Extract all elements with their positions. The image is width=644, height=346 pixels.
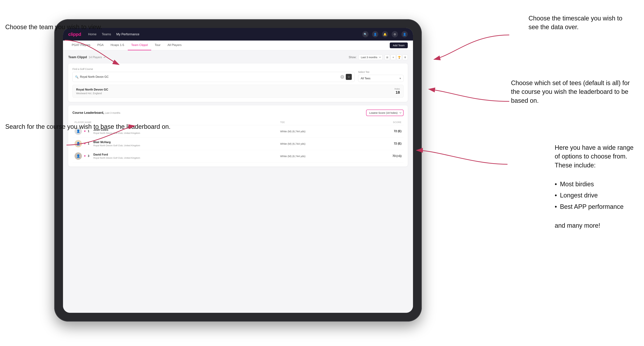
show-label: Show: — [349, 56, 356, 59]
holes-number: 18 — [394, 90, 400, 95]
search-icon[interactable]: 🔍 — [362, 31, 368, 37]
annotation-top-right: Choose the timescale you wish to see the… — [528, 14, 634, 32]
tee-value: All Tees — [361, 77, 370, 80]
player-info-2: Blair McHarg Royal North Devon Golf Club… — [94, 141, 140, 147]
team-controls: Show: Last 3 months ⊞ ≡ 🏆 ⬇ — [349, 54, 408, 60]
player-club-2: Royal North Devon Golf Club, United King… — [94, 144, 140, 147]
edit-icon[interactable]: ✏ — [104, 56, 106, 59]
player-tee-1: White (M) (6,744 yds) — [278, 125, 365, 138]
course-result-name: Royal North Devon GC — [76, 88, 108, 91]
clear-search-icon[interactable]: ✕ — [340, 75, 344, 79]
bullet-list: Most birdies Longest drive Best APP perf… — [555, 178, 634, 212]
nav-logo: clippd — [68, 32, 81, 37]
tee-chevron-icon: ▾ — [400, 77, 401, 80]
search-row: Find a Golf Course 🔍 ✕ ☆ Select Tee All … — [72, 68, 404, 82]
nav-teams[interactable]: Teams — [102, 32, 111, 36]
tee-select-wrap[interactable]: All Tees ▾ — [358, 75, 404, 82]
team-title: Team Clippd 14 Players ✏ — [68, 55, 106, 59]
person-icon[interactable]: 👤 — [372, 31, 378, 37]
player-score-1: 72 (E) — [365, 125, 404, 138]
trophy-icon[interactable]: 🏆 — [396, 55, 402, 60]
annotation-middle-right: Choose which set of tees (default is all… — [511, 79, 634, 105]
table-row: 👤 ♥ 3 David Ford Royal North Devon Golf … — [72, 150, 404, 162]
tee-group: Select Tee All Tees ▾ — [358, 71, 404, 82]
player-cell-3: 👤 ♥ 3 David Ford Royal North Devon Golf … — [74, 152, 276, 160]
player-rank-2: 1 — [88, 142, 91, 145]
player-avatar-3: 👤 — [74, 152, 82, 160]
add-team-button[interactable]: Add Team — [390, 42, 408, 48]
tab-pgat-players[interactable]: PGAT Players — [68, 40, 94, 50]
nav-links: Home Teams My Performance — [88, 32, 362, 36]
team-count: 14 Players — [89, 56, 102, 59]
main-content: Team Clippd 14 Players ✏ Show: Last 3 mo… — [63, 50, 413, 313]
player-rank-3: 3 — [88, 155, 91, 158]
leaderboard-card: Course Leaderboard, Last 3 months Lowest… — [68, 105, 408, 167]
settings-icon[interactable]: ⚙ — [392, 31, 398, 37]
col-tee: TEE — [278, 120, 365, 125]
search-card: Find a Golf Course 🔍 ✕ ☆ Select Tee All … — [68, 63, 408, 102]
annotation-top-left: Choose the team you wish to view. — [5, 23, 102, 31]
leaderboard-header: Course Leaderboard, Last 3 months Lowest… — [72, 110, 404, 116]
tab-hcaps[interactable]: Hcaps 1-5 — [107, 40, 128, 50]
player-club-1: Royal North Devon Golf Club, United King… — [94, 132, 140, 134]
course-result-location: Westward Ho!, England — [76, 92, 108, 95]
nav-bar: clippd Home Teams My Performance 🔍 👤 🔔 ⚙… — [63, 28, 413, 40]
sub-nav-tabs: PGAT Players PGA Hcaps 1-5 Team Clippd T… — [68, 40, 390, 50]
search-glass-icon: 🔍 — [75, 75, 78, 79]
tab-pga[interactable]: PGA — [94, 40, 107, 50]
team-header: Team Clippd 14 Players ✏ Show: Last 3 mo… — [68, 54, 408, 60]
grid-view-icon[interactable]: ⊞ — [385, 55, 390, 60]
team-name: Team Clippd — [68, 55, 87, 59]
nav-icons: 🔍 👤 🔔 ⚙ 👤 — [362, 31, 408, 37]
player-avatar-2: 👤 — [74, 140, 82, 147]
bullet-item-1: Most birdies — [555, 178, 634, 190]
player-tee-3: White (M) (6,744 yds) — [278, 150, 365, 162]
tab-team-clippd[interactable]: Team Clippd — [128, 40, 152, 50]
course-search-group: Find a Golf Course 🔍 ✕ ☆ — [72, 68, 354, 82]
bullet-item-3: Best APP performance — [555, 201, 634, 212]
holes-box: Holes 18 — [394, 88, 400, 95]
course-search-input[interactable] — [80, 75, 339, 78]
list-view-icon[interactable]: ≡ — [390, 55, 396, 60]
bullet-item-2: Longest drive — [555, 190, 634, 201]
ipad-device: clippd Home Teams My Performance 🔍 👤 🔔 ⚙… — [54, 19, 422, 322]
score-type-dropdown[interactable]: Lowest Score (18 holes) — [366, 110, 404, 116]
annotation-options-title: Here you have a wide rangeof options to … — [555, 143, 634, 170]
show-dropdown[interactable]: Last 3 months — [358, 54, 382, 60]
nav-my-performance[interactable]: My Performance — [116, 32, 140, 36]
player-club-3: Royal North Devon Golf Club, United King… — [94, 157, 140, 159]
sub-nav: PGAT Players PGA Hcaps 1-5 Team Clippd T… — [63, 40, 413, 50]
heart-icon-2[interactable]: ♥ — [84, 142, 86, 145]
favourite-icon[interactable]: ☆ — [346, 74, 352, 80]
course-search-input-wrap: 🔍 ✕ ☆ — [72, 72, 354, 82]
course-result-info: Royal North Devon GC Westward Ho!, Engla… — [76, 88, 108, 95]
view-icons: ⊞ ≡ 🏆 ⬇ — [385, 55, 408, 60]
tab-tour[interactable]: Tour — [151, 40, 164, 50]
player-name-3: David Ford — [94, 153, 140, 156]
holes-label: Holes — [394, 88, 400, 90]
player-info-3: David Ford Royal North Devon Golf Club, … — [94, 153, 140, 159]
tab-all-players[interactable]: All Players — [164, 40, 185, 50]
bell-icon[interactable]: 🔔 — [382, 31, 388, 37]
player-score-3: 73 (+1) — [365, 150, 404, 162]
player-score-2: 72 (E) — [365, 138, 404, 150]
leaderboard-subtitle: Last 3 months — [105, 112, 120, 114]
leaderboard-title-group: Course Leaderboard, Last 3 months — [72, 111, 120, 115]
heart-icon-3[interactable]: ♥ — [84, 155, 86, 158]
and-more-text: and many more! — [555, 221, 634, 230]
player-name-2: Blair McHarg — [94, 141, 140, 144]
annotation-bottom-right: Here you have a wide rangeof options to … — [555, 143, 634, 230]
player-tee-2: White (M) (6,744 yds) — [278, 138, 365, 150]
table-row: 👤 ♥ 1 Blair McHarg Royal North Devon Gol… — [72, 138, 404, 150]
leaderboard-title: Course Leaderboard, — [72, 111, 104, 114]
annotation-middle-left: Search for the course you wish to base t… — [5, 122, 170, 131]
download-icon[interactable]: ⬇ — [402, 55, 408, 60]
account-icon[interactable]: 👤 — [402, 31, 408, 37]
course-result[interactable]: Royal North Devon GC Westward Ho!, Engla… — [72, 85, 404, 98]
select-tee-label: Select Tee — [358, 71, 404, 73]
ipad-screen: clippd Home Teams My Performance 🔍 👤 🔔 ⚙… — [63, 28, 413, 313]
player-cell-2: 👤 ♥ 1 Blair McHarg Royal North Devon Gol… — [74, 140, 276, 147]
col-score: SCORE — [365, 120, 404, 125]
find-golf-course-label: Find a Golf Course — [72, 68, 354, 70]
nav-home[interactable]: Home — [88, 32, 96, 36]
